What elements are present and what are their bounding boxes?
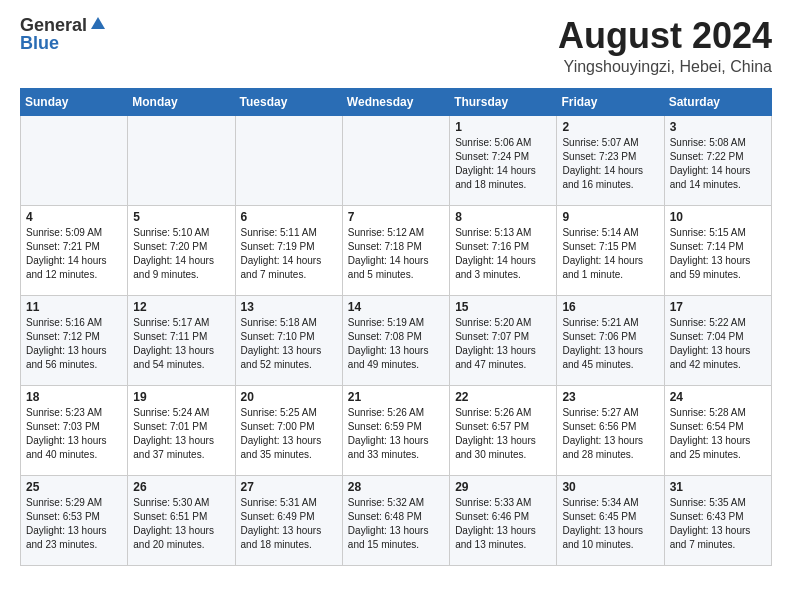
cell-info: Sunrise: 5:20 AM Sunset: 7:07 PM Dayligh… — [455, 316, 551, 372]
cell-info: Sunrise: 5:16 AM Sunset: 7:12 PM Dayligh… — [26, 316, 122, 372]
cell-info: Sunrise: 5:23 AM Sunset: 7:03 PM Dayligh… — [26, 406, 122, 462]
calendar-cell: 19Sunrise: 5:24 AM Sunset: 7:01 PM Dayli… — [128, 385, 235, 475]
logo: General Blue — [20, 16, 107, 52]
cell-info: Sunrise: 5:13 AM Sunset: 7:16 PM Dayligh… — [455, 226, 551, 282]
calendar-cell: 21Sunrise: 5:26 AM Sunset: 6:59 PM Dayli… — [342, 385, 449, 475]
calendar-cell: 30Sunrise: 5:34 AM Sunset: 6:45 PM Dayli… — [557, 475, 664, 565]
day-number: 31 — [670, 480, 766, 494]
calendar-cell: 7Sunrise: 5:12 AM Sunset: 7:18 PM Daylig… — [342, 205, 449, 295]
cell-info: Sunrise: 5:31 AM Sunset: 6:49 PM Dayligh… — [241, 496, 337, 552]
calendar-table: SundayMondayTuesdayWednesdayThursdayFrid… — [20, 88, 772, 566]
day-number: 18 — [26, 390, 122, 404]
day-number: 22 — [455, 390, 551, 404]
svg-marker-0 — [91, 17, 105, 29]
calendar-week-row: 25Sunrise: 5:29 AM Sunset: 6:53 PM Dayli… — [21, 475, 772, 565]
calendar-cell: 23Sunrise: 5:27 AM Sunset: 6:56 PM Dayli… — [557, 385, 664, 475]
calendar-cell: 12Sunrise: 5:17 AM Sunset: 7:11 PM Dayli… — [128, 295, 235, 385]
cell-info: Sunrise: 5:27 AM Sunset: 6:56 PM Dayligh… — [562, 406, 658, 462]
header-wednesday: Wednesday — [342, 88, 449, 115]
cell-info: Sunrise: 5:15 AM Sunset: 7:14 PM Dayligh… — [670, 226, 766, 282]
calendar-cell: 15Sunrise: 5:20 AM Sunset: 7:07 PM Dayli… — [450, 295, 557, 385]
calendar-cell: 18Sunrise: 5:23 AM Sunset: 7:03 PM Dayli… — [21, 385, 128, 475]
cell-info: Sunrise: 5:28 AM Sunset: 6:54 PM Dayligh… — [670, 406, 766, 462]
calendar-cell: 6Sunrise: 5:11 AM Sunset: 7:19 PM Daylig… — [235, 205, 342, 295]
day-number: 10 — [670, 210, 766, 224]
calendar-cell: 27Sunrise: 5:31 AM Sunset: 6:49 PM Dayli… — [235, 475, 342, 565]
calendar-cell: 17Sunrise: 5:22 AM Sunset: 7:04 PM Dayli… — [664, 295, 771, 385]
calendar-cell: 4Sunrise: 5:09 AM Sunset: 7:21 PM Daylig… — [21, 205, 128, 295]
calendar-cell: 25Sunrise: 5:29 AM Sunset: 6:53 PM Dayli… — [21, 475, 128, 565]
calendar-cell: 13Sunrise: 5:18 AM Sunset: 7:10 PM Dayli… — [235, 295, 342, 385]
cell-info: Sunrise: 5:33 AM Sunset: 6:46 PM Dayligh… — [455, 496, 551, 552]
calendar-cell: 5Sunrise: 5:10 AM Sunset: 7:20 PM Daylig… — [128, 205, 235, 295]
day-number: 4 — [26, 210, 122, 224]
day-number: 24 — [670, 390, 766, 404]
title-block: August 2024 Yingshouyingzi, Hebei, China — [558, 16, 772, 76]
day-number: 26 — [133, 480, 229, 494]
day-number: 7 — [348, 210, 444, 224]
cell-info: Sunrise: 5:24 AM Sunset: 7:01 PM Dayligh… — [133, 406, 229, 462]
calendar-header-row: SundayMondayTuesdayWednesdayThursdayFrid… — [21, 88, 772, 115]
day-number: 3 — [670, 120, 766, 134]
cell-info: Sunrise: 5:29 AM Sunset: 6:53 PM Dayligh… — [26, 496, 122, 552]
cell-info: Sunrise: 5:10 AM Sunset: 7:20 PM Dayligh… — [133, 226, 229, 282]
calendar-week-row: 18Sunrise: 5:23 AM Sunset: 7:03 PM Dayli… — [21, 385, 772, 475]
calendar-cell: 22Sunrise: 5:26 AM Sunset: 6:57 PM Dayli… — [450, 385, 557, 475]
calendar-cell: 26Sunrise: 5:30 AM Sunset: 6:51 PM Dayli… — [128, 475, 235, 565]
logo-blue-text: Blue — [20, 34, 59, 52]
calendar-cell: 11Sunrise: 5:16 AM Sunset: 7:12 PM Dayli… — [21, 295, 128, 385]
day-number: 28 — [348, 480, 444, 494]
header-friday: Friday — [557, 88, 664, 115]
calendar-cell: 2Sunrise: 5:07 AM Sunset: 7:23 PM Daylig… — [557, 115, 664, 205]
day-number: 19 — [133, 390, 229, 404]
day-number: 13 — [241, 300, 337, 314]
day-number: 17 — [670, 300, 766, 314]
cell-info: Sunrise: 5:26 AM Sunset: 6:59 PM Dayligh… — [348, 406, 444, 462]
calendar-week-row: 1Sunrise: 5:06 AM Sunset: 7:24 PM Daylig… — [21, 115, 772, 205]
page-header: General Blue August 2024 Yingshouyingzi,… — [20, 16, 772, 76]
calendar-cell: 14Sunrise: 5:19 AM Sunset: 7:08 PM Dayli… — [342, 295, 449, 385]
calendar-cell: 1Sunrise: 5:06 AM Sunset: 7:24 PM Daylig… — [450, 115, 557, 205]
calendar-cell — [128, 115, 235, 205]
calendar-cell: 9Sunrise: 5:14 AM Sunset: 7:15 PM Daylig… — [557, 205, 664, 295]
logo-general-text: General — [20, 16, 87, 34]
day-number: 27 — [241, 480, 337, 494]
cell-info: Sunrise: 5:21 AM Sunset: 7:06 PM Dayligh… — [562, 316, 658, 372]
header-tuesday: Tuesday — [235, 88, 342, 115]
cell-info: Sunrise: 5:09 AM Sunset: 7:21 PM Dayligh… — [26, 226, 122, 282]
day-number: 23 — [562, 390, 658, 404]
logo-icon — [89, 15, 107, 33]
cell-info: Sunrise: 5:12 AM Sunset: 7:18 PM Dayligh… — [348, 226, 444, 282]
day-number: 25 — [26, 480, 122, 494]
header-monday: Monday — [128, 88, 235, 115]
header-thursday: Thursday — [450, 88, 557, 115]
calendar-cell — [235, 115, 342, 205]
cell-info: Sunrise: 5:25 AM Sunset: 7:00 PM Dayligh… — [241, 406, 337, 462]
day-number: 15 — [455, 300, 551, 314]
calendar-cell: 3Sunrise: 5:08 AM Sunset: 7:22 PM Daylig… — [664, 115, 771, 205]
calendar-cell: 8Sunrise: 5:13 AM Sunset: 7:16 PM Daylig… — [450, 205, 557, 295]
day-number: 11 — [26, 300, 122, 314]
day-number: 16 — [562, 300, 658, 314]
cell-info: Sunrise: 5:11 AM Sunset: 7:19 PM Dayligh… — [241, 226, 337, 282]
calendar-cell — [21, 115, 128, 205]
day-number: 30 — [562, 480, 658, 494]
cell-info: Sunrise: 5:08 AM Sunset: 7:22 PM Dayligh… — [670, 136, 766, 192]
day-number: 2 — [562, 120, 658, 134]
calendar-cell: 10Sunrise: 5:15 AM Sunset: 7:14 PM Dayli… — [664, 205, 771, 295]
cell-info: Sunrise: 5:35 AM Sunset: 6:43 PM Dayligh… — [670, 496, 766, 552]
calendar-cell: 29Sunrise: 5:33 AM Sunset: 6:46 PM Dayli… — [450, 475, 557, 565]
calendar-cell: 20Sunrise: 5:25 AM Sunset: 7:00 PM Dayli… — [235, 385, 342, 475]
cell-info: Sunrise: 5:26 AM Sunset: 6:57 PM Dayligh… — [455, 406, 551, 462]
day-number: 8 — [455, 210, 551, 224]
calendar-cell: 31Sunrise: 5:35 AM Sunset: 6:43 PM Dayli… — [664, 475, 771, 565]
calendar-cell: 16Sunrise: 5:21 AM Sunset: 7:06 PM Dayli… — [557, 295, 664, 385]
calendar-week-row: 11Sunrise: 5:16 AM Sunset: 7:12 PM Dayli… — [21, 295, 772, 385]
day-number: 6 — [241, 210, 337, 224]
cell-info: Sunrise: 5:07 AM Sunset: 7:23 PM Dayligh… — [562, 136, 658, 192]
day-number: 29 — [455, 480, 551, 494]
calendar-week-row: 4Sunrise: 5:09 AM Sunset: 7:21 PM Daylig… — [21, 205, 772, 295]
cell-info: Sunrise: 5:06 AM Sunset: 7:24 PM Dayligh… — [455, 136, 551, 192]
day-number: 5 — [133, 210, 229, 224]
cell-info: Sunrise: 5:30 AM Sunset: 6:51 PM Dayligh… — [133, 496, 229, 552]
